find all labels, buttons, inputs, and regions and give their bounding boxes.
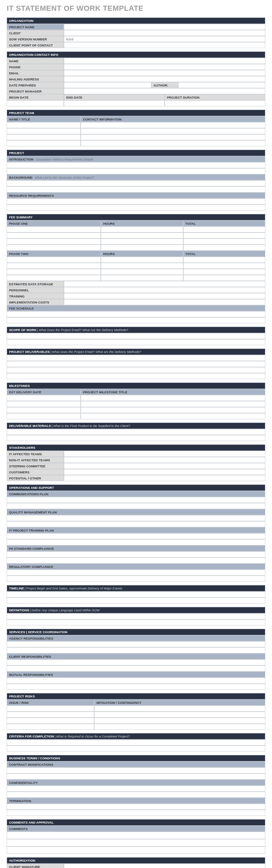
table-row[interactable]	[7, 401, 81, 407]
field-timeline[interactable]	[7, 597, 265, 603]
table-row[interactable]	[101, 239, 183, 245]
table-row[interactable]	[183, 226, 266, 232]
field-client-resp[interactable]	[7, 659, 265, 665]
table-row[interactable]	[81, 134, 265, 140]
field-sow-version[interactable]: 0.0.0	[64, 36, 265, 42]
field-name[interactable]	[64, 58, 265, 64]
field-confidentiality[interactable]	[7, 792, 265, 798]
field-it-teams[interactable]	[64, 451, 265, 457]
table-row[interactable]	[7, 263, 101, 269]
table-row[interactable]	[7, 140, 81, 146]
table-row[interactable]	[7, 407, 81, 413]
field-introduction[interactable]	[7, 168, 265, 174]
field-pii[interactable]	[7, 551, 265, 557]
field-scope[interactable]	[7, 339, 265, 345]
field-termination[interactable]	[7, 804, 265, 810]
field-deliverables[interactable]	[7, 373, 265, 379]
field-begin-date[interactable]	[7, 100, 64, 106]
field-comm-plan[interactable]	[7, 503, 265, 509]
field-poc[interactable]	[64, 42, 265, 48]
field-comments[interactable]	[7, 846, 265, 854]
table-row[interactable]	[7, 257, 101, 263]
field-termination[interactable]	[7, 810, 265, 816]
table-row[interactable]	[94, 724, 265, 730]
table-row[interactable]	[81, 122, 265, 128]
table-row[interactable]	[7, 232, 101, 239]
table-row[interactable]	[7, 706, 94, 712]
field-resource-req[interactable]	[7, 198, 265, 205]
field-fee-schedule[interactable]	[7, 311, 265, 317]
table-row[interactable]	[101, 263, 183, 269]
field-comments[interactable]	[7, 832, 265, 839]
table-row[interactable]	[81, 401, 265, 407]
field-confidentiality[interactable]	[7, 785, 265, 792]
field-contract-mod[interactable]	[7, 773, 265, 779]
table-row[interactable]	[7, 275, 101, 281]
table-row[interactable]	[7, 269, 101, 275]
table-row[interactable]	[7, 718, 94, 724]
field-mutual-resp[interactable]	[7, 684, 265, 690]
field-introduction[interactable]	[7, 162, 265, 168]
field-resource-req[interactable]	[7, 205, 265, 211]
field-duration[interactable]	[165, 100, 266, 106]
field-comm-plan[interactable]	[7, 497, 265, 503]
field-steering[interactable]	[64, 463, 265, 469]
field-impl-costs[interactable]	[64, 299, 265, 305]
field-deliverables[interactable]	[7, 361, 265, 367]
field-personnel[interactable]	[64, 287, 265, 293]
table-row[interactable]	[7, 226, 101, 232]
table-row[interactable]	[183, 257, 266, 263]
field-deliv-mat[interactable]	[7, 435, 265, 441]
field-criteria[interactable]	[7, 740, 265, 746]
field-fee-schedule[interactable]	[7, 317, 265, 323]
table-row[interactable]	[101, 269, 183, 275]
field-date-prepared[interactable]	[64, 82, 151, 88]
table-row[interactable]	[81, 407, 265, 413]
field-end-date[interactable]	[64, 100, 165, 106]
table-row[interactable]	[101, 245, 183, 251]
table-row[interactable]	[183, 232, 266, 239]
field-mutual-resp[interactable]	[7, 678, 265, 684]
field-project-name[interactable]	[64, 24, 265, 30]
table-row[interactable]	[7, 724, 94, 730]
table-row[interactable]	[183, 269, 266, 275]
field-mailing[interactable]	[64, 76, 265, 82]
table-row[interactable]	[183, 245, 266, 251]
field-timeline[interactable]	[7, 591, 265, 597]
field-definitions[interactable]	[7, 619, 265, 625]
field-comments[interactable]	[7, 839, 265, 846]
table-row[interactable]	[94, 718, 265, 724]
table-row[interactable]	[7, 712, 94, 718]
table-row[interactable]	[183, 275, 266, 281]
field-criteria[interactable]	[7, 746, 265, 752]
table-row[interactable]	[94, 706, 265, 712]
field-potential[interactable]	[64, 475, 265, 481]
field-background[interactable]	[7, 180, 265, 186]
table-row[interactable]	[81, 128, 265, 134]
field-customers[interactable]	[64, 469, 265, 475]
field-agency-resp[interactable]	[7, 641, 265, 647]
table-row[interactable]	[81, 413, 265, 419]
table-row[interactable]	[101, 257, 183, 263]
table-row[interactable]	[101, 226, 183, 232]
table-row[interactable]	[7, 128, 81, 134]
field-deliv-mat[interactable]	[7, 429, 265, 435]
field-client-resp[interactable]	[7, 665, 265, 672]
field-pm[interactable]	[64, 88, 265, 94]
table-row[interactable]	[183, 263, 266, 269]
field-deliverables[interactable]	[7, 367, 265, 373]
table-row[interactable]	[7, 239, 101, 245]
field-background[interactable]	[7, 186, 265, 192]
field-nonit-teams[interactable]	[64, 457, 265, 463]
field-definitions[interactable]	[7, 613, 265, 619]
table-row[interactable]	[94, 712, 265, 718]
table-row[interactable]	[7, 245, 101, 251]
table-row[interactable]	[101, 275, 183, 281]
table-row[interactable]	[7, 122, 81, 128]
field-author[interactable]	[178, 82, 266, 88]
field-phone[interactable]	[64, 64, 265, 70]
field-training[interactable]	[64, 293, 265, 299]
field-deliverables[interactable]	[7, 355, 265, 361]
field-email[interactable]	[64, 70, 265, 76]
table-row[interactable]	[183, 239, 266, 245]
